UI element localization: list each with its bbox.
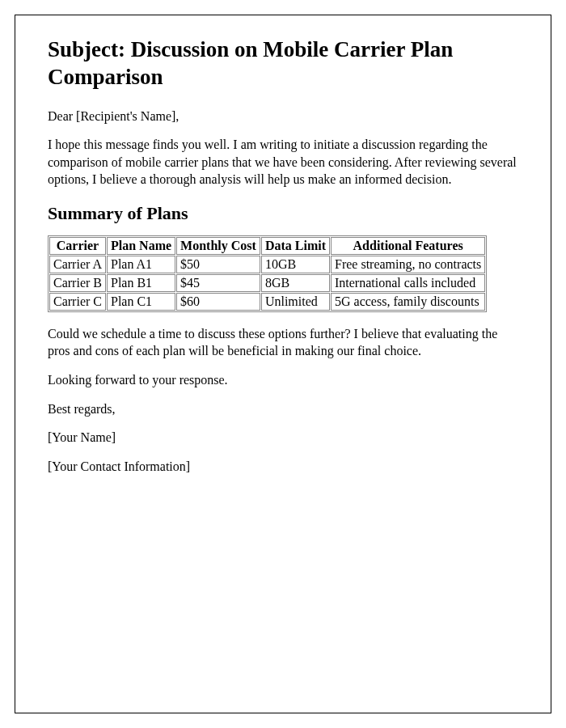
- table-header-cell: Monthly Cost: [176, 237, 260, 255]
- table-cell: Plan B1: [107, 274, 175, 292]
- plans-table: Carrier Plan Name Monthly Cost Data Limi…: [48, 235, 487, 312]
- followup-paragraph: Could we schedule a time to discuss thes…: [48, 325, 518, 360]
- closing-line: Looking forward to your response.: [48, 371, 518, 389]
- table-cell: $45: [176, 274, 260, 292]
- table-cell: Carrier C: [49, 293, 106, 311]
- sender-contact: [Your Contact Information]: [48, 458, 518, 476]
- table-cell: $60: [176, 293, 260, 311]
- signoff-text: Best regards,: [48, 400, 518, 418]
- table-header-cell: Plan Name: [107, 237, 175, 255]
- table-cell: Carrier A: [49, 256, 106, 273]
- subject-heading: Subject: Discussion on Mobile Carrier Pl…: [48, 36, 518, 91]
- intro-paragraph: I hope this message finds you well. I am…: [48, 136, 518, 188]
- table-header-row: Carrier Plan Name Monthly Cost Data Limi…: [49, 237, 485, 255]
- table-cell: 10GB: [261, 256, 330, 273]
- table-cell: Plan A1: [107, 256, 175, 273]
- table-header-cell: Carrier: [49, 237, 106, 255]
- table-cell: Plan C1: [107, 293, 175, 311]
- table-row: Carrier A Plan A1 $50 10GB Free streamin…: [49, 256, 485, 273]
- table-cell: Carrier B: [49, 274, 106, 292]
- table-cell: Free streaming, no contracts: [331, 256, 485, 273]
- document-frame: Subject: Discussion on Mobile Carrier Pl…: [15, 15, 551, 713]
- table-row: Carrier B Plan B1 $45 8GB International …: [49, 274, 485, 292]
- table-row: Carrier C Plan C1 $60 Unlimited 5G acces…: [49, 293, 485, 311]
- table-cell: Unlimited: [261, 293, 330, 311]
- table-cell: 8GB: [261, 274, 330, 292]
- table-cell: International calls included: [331, 274, 485, 292]
- sender-name: [Your Name]: [48, 429, 518, 447]
- table-cell: $50: [176, 256, 260, 273]
- summary-heading: Summary of Plans: [48, 203, 518, 224]
- table-header-cell: Additional Features: [331, 237, 485, 255]
- table-cell: 5G access, family discounts: [331, 293, 485, 311]
- table-header-cell: Data Limit: [261, 237, 330, 255]
- greeting-text: Dear [Recipient's Name],: [48, 108, 518, 125]
